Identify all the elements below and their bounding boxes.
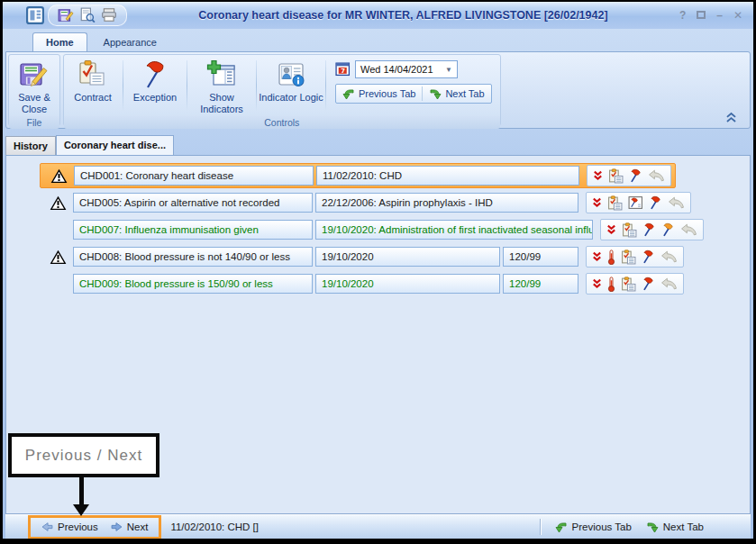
date-picker-value: Wed 14/04/2021 [360,64,433,75]
svg-text:7: 7 [341,67,345,74]
previous-tab-icon [555,521,568,533]
exception-button[interactable]: Exception [125,57,185,114]
previous-tab-button-ribbon[interactable]: Previous Tab [336,85,422,103]
copy-item-icon[interactable] [622,222,637,238]
ribbon-tab-strip: Home Appearance [5,29,751,51]
app-window: Coronary heart disease for MR WINTER, AL… [0,0,756,544]
indicator-detail-field[interactable]: 19/10/2020: Administration of first inac… [315,220,593,240]
indicator-code-field[interactable]: CHD009: Blood pressure is 150/90 or less [73,274,313,294]
flag-orange-icon[interactable] [661,222,675,237]
ribbon-tab-appearance[interactable]: Appearance [91,33,169,51]
current-item-text: 11/02/2010: CHD [] [170,521,259,532]
next-label: Next [127,521,149,532]
previous-tab-icon [342,87,355,100]
callout-arrow-line [79,477,84,505]
flag-red-icon[interactable] [629,168,642,183]
date-picker[interactable]: Wed 14/04/2021 ▼ [355,60,458,78]
thermometer-icon[interactable] [607,277,615,292]
copy-item-icon[interactable] [608,168,624,184]
jump-to-icon[interactable] [660,277,678,290]
jump-to-icon[interactable] [660,250,678,263]
warning-icon [50,249,67,265]
copy-item-icon[interactable] [621,277,636,292]
arrow-left-icon [41,521,53,532]
expand-chevron-icon[interactable] [592,197,602,208]
callout-arrow-head [73,504,89,516]
expand-chevron-icon[interactable] [593,170,603,181]
next-tab-button-status[interactable]: Next Tab [646,521,704,533]
warning-icon [50,195,67,211]
show-indicators-button[interactable]: Show Indicators [189,57,254,114]
flag-red-icon[interactable] [642,249,655,264]
print-preview-icon[interactable] [79,7,96,23]
copy-item-icon[interactable] [621,249,636,265]
show-indicators-label: Show Indicators [189,92,254,114]
indicator-value-field[interactable]: 120/99 [503,274,578,294]
close-button[interactable]: ✕ [733,10,742,21]
previous-tab-label: Previous Tab [572,521,632,532]
next-tab-button-ribbon[interactable]: Next Tab [423,85,490,103]
thermometer-icon[interactable] [607,249,615,265]
flag-red-icon[interactable] [642,277,655,291]
indicator-row-chd001: CHD001: Coronary heart disease 11/02/201… [40,163,676,188]
jump-to-icon[interactable] [680,223,697,236]
indicator-detail-field[interactable]: 11/02/2010: CHD [316,166,579,186]
expand-chevron-icon[interactable] [592,278,602,289]
copy-item-icon[interactable] [607,195,623,211]
previous-button[interactable]: Previous [41,521,98,532]
contract-button[interactable]: Contract [65,57,121,114]
tab-history[interactable]: History [5,136,56,155]
minimize-button[interactable]: – [716,10,723,21]
app-menu-icon[interactable] [26,6,44,24]
indicator-value-field[interactable]: 120/99 [503,247,578,267]
save-close-button[interactable]: Save & Close [10,57,59,114]
restore-button[interactable] [697,10,706,21]
next-tab-icon [646,521,659,533]
show-indicators-icon [206,59,237,90]
ribbon: Save & Close File Contract Excepti [5,51,751,129]
expand-chevron-icon[interactable] [592,251,602,262]
indicator-code-field[interactable]: CHD007: Influenza immunisation given [73,220,313,240]
indicator-code-field[interactable]: CHD001: Coronary heart disease [74,166,314,186]
statusbar-divider [540,519,541,535]
document-tab-strip: History Coronary heart dise... [5,135,751,155]
jump-to-icon[interactable] [668,196,685,209]
window-controls: ? – ✕ [679,10,742,21]
flag-red-icon[interactable] [642,222,656,237]
next-tab-icon [429,87,442,100]
previous-tab-label: Previous Tab [359,88,415,99]
indicator-detail-field[interactable]: 19/10/2020 [315,247,500,267]
row-action-icons [586,273,684,295]
ribbon-tab-home[interactable]: Home [32,32,87,51]
print-icon[interactable] [101,7,117,23]
indicator-logic-icon [276,59,306,90]
ribbon-separator [256,60,257,111]
next-button[interactable]: Next [111,521,149,532]
arrow-right-icon [111,521,123,532]
flag-red-icon[interactable] [649,195,662,210]
ribbon-separator [187,60,187,111]
row-action-icons [586,192,691,213]
chevron-up-double-icon [725,112,737,123]
help-button[interactable]: ? [679,10,686,21]
collapse-ribbon-button[interactable] [725,112,737,123]
previous-tab-button-status[interactable]: Previous Tab [555,521,632,533]
expand-chevron-icon[interactable] [606,224,616,235]
titlebar: Coronary heart disease for MR WINTER, AL… [3,2,753,29]
exception-framed-icon[interactable] [628,195,643,210]
ribbon-group-controls: Contract Exception Show Indicators [63,54,501,126]
indicator-code-field[interactable]: CHD008: Blood pressure is not 140/90 or … [73,247,313,267]
indicator-row-chd009: CHD009: Blood pressure is 150/90 or less… [40,271,688,296]
indicator-code-field[interactable]: CHD005: Aspirin or alternative not recor… [73,193,313,213]
save-icon[interactable] [58,7,74,23]
indicator-logic-button[interactable]: Indicator Logic [259,57,323,114]
row-action-icons [586,246,684,267]
tab-coronary-heart-disease[interactable]: Coronary heart dise... [56,135,174,155]
indicator-detail-field[interactable]: 22/12/2006: Aspirin prophylaxis - IHD [315,193,578,213]
row-action-icons [587,165,671,186]
callout-previous-next: Previous / Next [8,433,159,477]
indicator-row-chd007: CHD007: Influenza immunisation given 19/… [40,217,707,242]
indicator-detail-field[interactable]: 19/10/2020 [315,274,500,294]
jump-to-icon[interactable] [648,169,665,182]
window-title: Coronary heart disease for MR WINTER, AL… [127,9,679,22]
